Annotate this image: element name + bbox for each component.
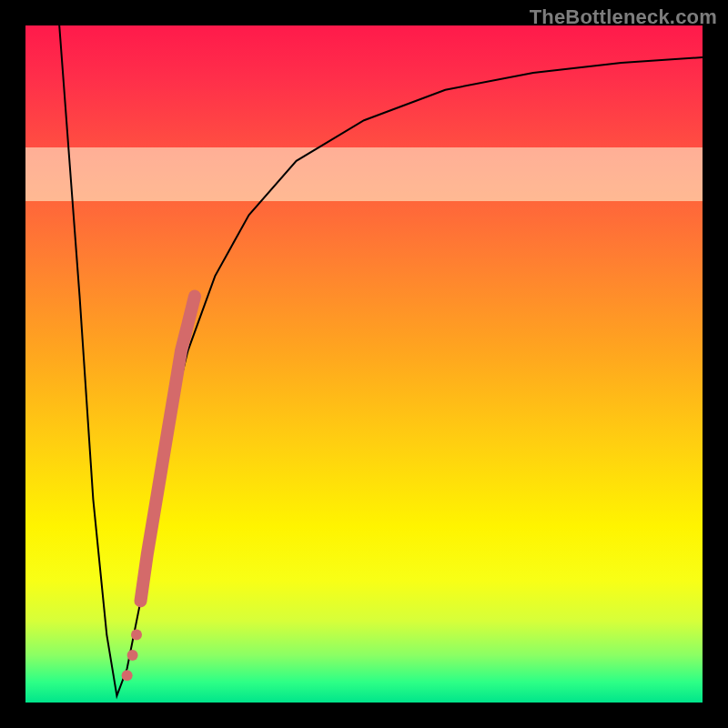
plot-area xyxy=(25,25,703,703)
marker-dot xyxy=(122,670,133,681)
marker-segment xyxy=(141,297,196,602)
watermark-text: TheBottleneck.com xyxy=(530,5,717,29)
bottleneck-curve xyxy=(59,25,703,696)
marker-dot xyxy=(131,630,142,641)
marker-dot xyxy=(127,650,138,661)
marker-dots xyxy=(122,630,142,682)
chart-frame: TheBottleneck.com xyxy=(0,0,728,728)
curve-layer xyxy=(25,25,703,703)
